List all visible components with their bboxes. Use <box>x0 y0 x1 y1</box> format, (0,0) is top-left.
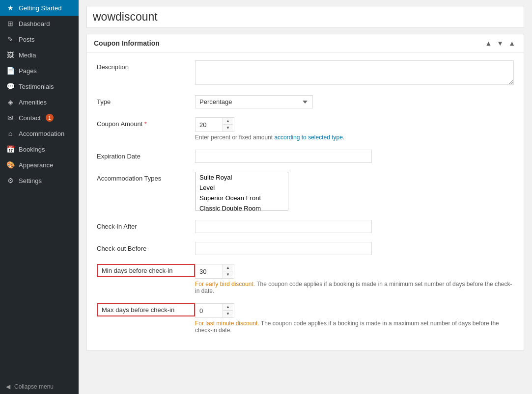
media-icon: 🖼 <box>6 51 15 59</box>
sidebar-item-media[interactable]: 🖼 Media <box>0 47 79 63</box>
panel-close-icon[interactable]: ▲ <box>507 39 517 47</box>
max-spinner-up[interactable]: ▲ <box>223 304 233 311</box>
description-label: Description <box>97 60 195 71</box>
sidebar-item-testimonials[interactable]: 💬 Testimonials <box>0 79 79 94</box>
checkin-after-label: Check-in After <box>97 220 195 230</box>
description-control <box>195 60 514 86</box>
hint-link: according to selected type <box>274 134 342 141</box>
sidebar-item-pages[interactable]: 📄 Pages <box>0 63 79 79</box>
min-spinner-down[interactable]: ▼ <box>223 271 233 278</box>
checkin-after-row: Check-in After <box>97 220 514 233</box>
max-spinners: ▲ ▼ <box>223 304 233 317</box>
max-spinner-down[interactable]: ▼ <box>223 311 233 317</box>
sidebar-item-label: Accommodation <box>19 130 64 137</box>
accommodation-types-row: Accommodation Types Suite Royal Level Su… <box>97 172 514 211</box>
sidebar-item-label: Settings <box>19 177 42 184</box>
sidebar-item-posts[interactable]: ✎ Posts <box>0 31 79 47</box>
min-days-row: Min days before check-in ▲ ▼ For early b… <box>97 264 514 294</box>
min-days-hint: For early bird discount. The coupon code… <box>195 281 514 294</box>
sidebar-item-accommodation[interactable]: ⌂ Accommodation <box>0 126 79 141</box>
sidebar-item-label: Posts <box>19 36 35 43</box>
panel-body: Description Type Percentage Fixed Amount <box>87 53 524 350</box>
accommodation-option-classic[interactable]: Classic Double Room <box>196 203 288 211</box>
spinner-down[interactable]: ▼ <box>223 125 233 131</box>
expiration-date-control <box>195 150 514 163</box>
checkout-before-label: Check-out Before <box>97 242 195 252</box>
sidebar-item-contact[interactable]: ✉ Contact 1 <box>0 110 79 126</box>
checkin-after-control <box>195 220 514 233</box>
expiration-date-input[interactable] <box>195 150 372 163</box>
coupon-amount-control: ▲ ▼ Enter percent or fixed amount accord… <box>195 117 514 141</box>
checkout-before-input[interactable] <box>195 242 372 255</box>
main-content: wowdiscount Coupon Information ▲ ▼ ▲ Des… <box>79 0 532 394</box>
testimonials-icon: 💬 <box>6 82 15 90</box>
sidebar-item-settings[interactable]: ⚙ Settings <box>0 173 79 188</box>
bookings-icon: 📅 <box>6 145 15 153</box>
amenities-icon: ◈ <box>6 98 15 106</box>
max-days-row: Max days before check-in ▲ ▼ For last mi… <box>97 303 514 334</box>
accommodation-icon: ⌂ <box>6 130 15 137</box>
min-days-control: ▲ ▼ For early bird discount. The coupon … <box>195 264 514 294</box>
type-label: Type <box>97 95 195 105</box>
accommodation-types-listbox[interactable]: Suite Royal Level Superior Ocean Front C… <box>195 172 288 211</box>
required-marker: * <box>144 120 147 128</box>
max-days-input[interactable] <box>196 305 223 317</box>
type-select[interactable]: Percentage Fixed Amount <box>195 95 313 108</box>
panel-collapse-up-icon[interactable]: ▲ <box>483 39 493 47</box>
description-row: Description <box>97 60 514 86</box>
getting-started-icon: ★ <box>6 4 15 12</box>
min-days-hint-orange: For early bird discount. <box>195 281 255 288</box>
spinner-up[interactable]: ▲ <box>223 118 233 125</box>
sidebar-item-label: Appearance <box>19 161 53 169</box>
settings-icon: ⚙ <box>6 177 15 184</box>
min-spinners: ▲ ▼ <box>223 264 233 278</box>
collapse-label: Collapse menu <box>14 383 54 390</box>
sidebar-item-bookings[interactable]: 📅 Bookings <box>0 141 79 157</box>
posts-icon: ✎ <box>6 35 15 43</box>
pages-icon: 📄 <box>6 67 15 75</box>
coupon-amount-spinner: ▲ ▼ <box>195 117 234 132</box>
min-days-spinner: ▲ ▼ <box>195 264 234 279</box>
appearance-icon: 🎨 <box>6 161 15 169</box>
accommodation-option-suite-royal[interactable]: Suite Royal <box>196 172 288 183</box>
max-days-spinner: ▲ ▼ <box>195 303 234 318</box>
sidebar-item-label: Pages <box>19 67 37 75</box>
min-days-input[interactable] <box>196 265 223 278</box>
min-spinner-up[interactable]: ▲ <box>223 264 233 271</box>
panel-header: Coupon Information ▲ ▼ ▲ <box>87 34 524 53</box>
coupon-title-input[interactable]: wowdiscount <box>86 6 524 28</box>
sidebar-item-label: Testimonials <box>19 83 54 90</box>
sidebar-item-label: Amenities <box>19 99 47 106</box>
expiration-date-label: Expiration Date <box>97 150 195 160</box>
panel-controls: ▲ ▼ ▲ <box>483 39 517 47</box>
min-days-label-wrap: Min days before check-in <box>97 264 195 277</box>
coupon-amount-hint: Enter percent or fixed amount according … <box>195 134 514 141</box>
min-days-label: Min days before check-in <box>97 264 195 277</box>
coupon-amount-input[interactable] <box>196 119 223 131</box>
panel-title: Coupon Information <box>94 39 160 47</box>
max-days-label-wrap: Max days before check-in <box>97 303 195 316</box>
checkout-before-control <box>195 242 514 255</box>
accommodation-option-superior[interactable]: Superior Ocean Front <box>196 193 288 203</box>
collapse-menu-button[interactable]: ◀ Collapse menu <box>0 379 79 394</box>
panel-collapse-down-icon[interactable]: ▼ <box>495 39 505 47</box>
checkout-before-row: Check-out Before <box>97 242 514 255</box>
max-days-control: ▲ ▼ For last minute discount. The coupon… <box>195 303 514 334</box>
sidebar-item-dashboard[interactable]: ⊞ Dashboard <box>0 16 79 31</box>
sidebar-item-amenities[interactable]: ◈ Amenities <box>0 94 79 110</box>
contact-badge: 1 <box>46 114 54 122</box>
sidebar-item-getting-started[interactable]: ★ Getting Started <box>0 0 79 16</box>
sidebar-item-appearance[interactable]: 🎨 Appearance <box>0 157 79 173</box>
accommodation-types-label: Accommodation Types <box>97 172 195 182</box>
accommodation-types-control: Suite Royal Level Superior Ocean Front C… <box>195 172 514 211</box>
coupon-amount-label: Coupon Amount * <box>97 117 195 128</box>
accommodation-option-level[interactable]: Level <box>196 183 288 193</box>
type-control: Percentage Fixed Amount <box>195 95 514 108</box>
checkin-after-input[interactable] <box>195 220 372 233</box>
sidebar-item-label: Getting Started <box>19 4 61 12</box>
listbox-container: Suite Royal Level Superior Ocean Front C… <box>195 172 514 211</box>
max-days-hint: For last minute discount. The coupon cod… <box>195 320 514 334</box>
description-textarea[interactable] <box>195 60 514 85</box>
coupon-amount-row: Coupon Amount * ▲ ▼ Enter percent or fix… <box>97 117 514 141</box>
max-days-hint-orange: For last minute discount. <box>195 320 259 327</box>
